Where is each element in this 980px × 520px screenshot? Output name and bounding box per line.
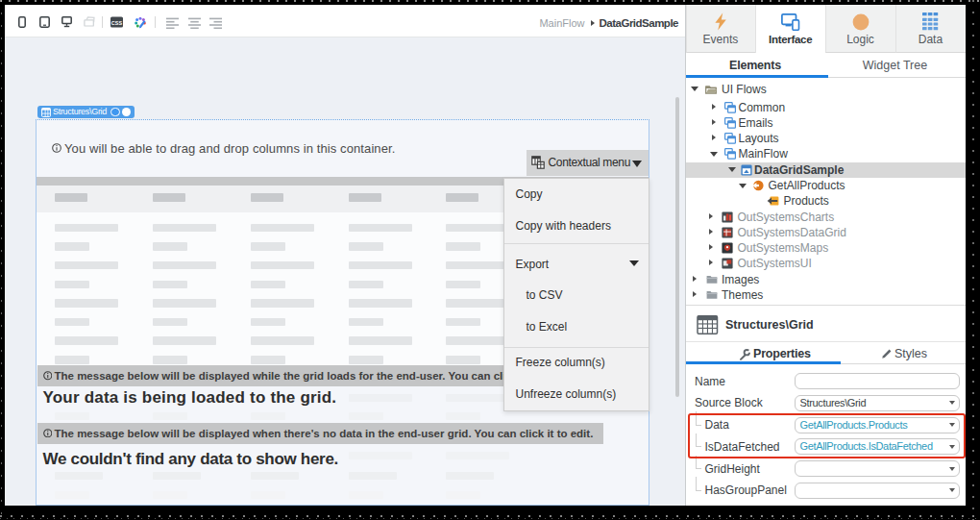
svg-text:CSS: CSS: [111, 19, 123, 25]
